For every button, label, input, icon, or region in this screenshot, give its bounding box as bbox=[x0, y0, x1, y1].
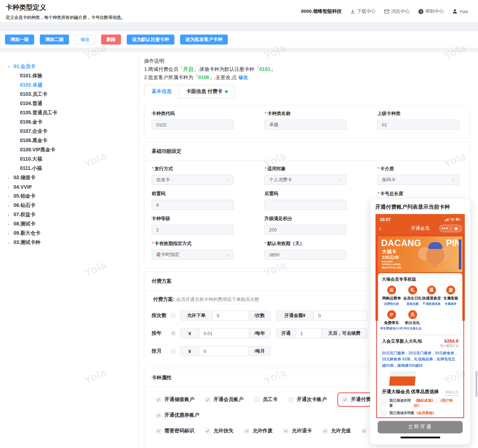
prefix-input[interactable]: 8 bbox=[152, 200, 233, 210]
message-center-link[interactable]: 消息中心 bbox=[384, 8, 410, 15]
medium-select[interactable]: 条码卡 bbox=[377, 175, 459, 185]
parent-input[interactable]: 01 bbox=[377, 120, 459, 130]
chevron-down-icon bbox=[339, 178, 342, 182]
page-subtitle: 定义会员卡的种类，每个种类所有的磁介质，卡号位数等信息。 bbox=[6, 15, 125, 21]
help-center-link[interactable]: ? 帮助中心 bbox=[418, 8, 444, 15]
benefit-vip-service: 服专属客服专属服务 bbox=[441, 286, 460, 306]
set-wholesale-button[interactable]: 设为批发客户卡种 bbox=[180, 35, 228, 45]
tree-node-06[interactable]: ▸06.钻石卡 bbox=[0, 201, 138, 210]
user-menu[interactable]: Yola bbox=[452, 9, 468, 14]
tab-card-face[interactable]: 卡面信息 付费卡 bbox=[179, 85, 235, 98]
tree-node-01[interactable]: ▾01.会员卡 bbox=[0, 62, 138, 71]
tree-node-0111[interactable]: 0111.小福 bbox=[0, 164, 138, 173]
parking-icon: P bbox=[387, 310, 396, 319]
times-count-input[interactable]: 0 bbox=[212, 311, 249, 320]
tree-node-07[interactable]: ▸07.权益卡 bbox=[0, 210, 138, 219]
field-level: 卡种等级 2 bbox=[152, 215, 233, 235]
tree-node-0102-selected[interactable]: 0102.卓越 bbox=[0, 80, 138, 90]
caret-right-icon: ▸ bbox=[8, 231, 14, 235]
by-times-radio[interactable] bbox=[171, 313, 176, 318]
checkbox-stored-value-account[interactable]: 开通储值账户 bbox=[156, 396, 194, 403]
year-price-input[interactable]: 0.01 bbox=[199, 329, 249, 338]
name-input[interactable]: 卓越 bbox=[264, 120, 346, 130]
close-record-icon: ◉ bbox=[451, 226, 462, 231]
level-input[interactable]: 2 bbox=[152, 225, 233, 235]
checkbox-member-account[interactable]: 开通会员账户 bbox=[205, 396, 243, 403]
checkbox-allow-recharge[interactable]: 允许充值 bbox=[322, 428, 351, 434]
caret-right-icon: ▸ bbox=[8, 222, 14, 226]
benefit-easy-return: 退快捷退换货不满意就退换 bbox=[422, 286, 441, 306]
instructions-line1: 1.商城付费会员「开启」,体验卡种为默认注册卡种「0101」 bbox=[144, 65, 470, 73]
trial-member-tab: 体验会员 bbox=[445, 390, 458, 396]
caret-right-icon: ▸ bbox=[8, 204, 14, 208]
checkbox-allow-return[interactable]: 允许退卡 bbox=[283, 428, 312, 434]
by-year-radio[interactable] bbox=[171, 331, 176, 336]
suffix-input[interactable] bbox=[264, 200, 346, 210]
modify-link[interactable]: 修改 bbox=[238, 74, 248, 80]
month-price-group: ¥ 0 /每月 bbox=[180, 346, 270, 356]
delete-button[interactable]: 删除 bbox=[101, 35, 121, 45]
validity-mode-select[interactable]: 建卡时指定 bbox=[152, 250, 233, 260]
page-title: 卡种类型定义 bbox=[6, 3, 125, 12]
tree-node-0108[interactable]: 0108.黑金卡 bbox=[0, 136, 138, 145]
issue-mode-select[interactable]: 自发卡 bbox=[152, 175, 233, 185]
field-suffix: 后置码 bbox=[264, 191, 346, 210]
field-code: 卡种类代码 0102 bbox=[152, 110, 233, 130]
carousel-next-card-edge bbox=[459, 239, 461, 269]
tree-node-0109[interactable]: 0109.VIP黑金卡 bbox=[0, 145, 138, 155]
checkbox-icon bbox=[205, 428, 210, 433]
tree-node-02[interactable]: ▸02.储值卡 bbox=[0, 173, 138, 182]
points-input[interactable]: 200 bbox=[264, 225, 346, 235]
set-default-register-button[interactable]: 设为默认注册卡种 bbox=[127, 35, 174, 45]
promo-price: ¥284.9 bbox=[440, 338, 458, 344]
tree-node-0107[interactable]: 0107.企业卡 bbox=[0, 127, 138, 136]
paid-account-tooltip-popup: 开通付费账户列表显示当前卡种 10:07 ‹ 开通会员 ●●● ◉ DACANG… bbox=[370, 199, 470, 444]
tree-node-0104[interactable]: 0104.普通 bbox=[0, 99, 138, 108]
add-level1-button[interactable]: 增加一级 bbox=[5, 35, 34, 45]
promo-title: 入会立享新人大礼包 bbox=[382, 338, 422, 344]
tree-node-0105[interactable]: 0105.普通员工卡 bbox=[0, 108, 138, 118]
year-renew-days-input[interactable]: 1 bbox=[296, 329, 321, 338]
detail-tabs: 基本信息 卡面信息 付费卡 bbox=[144, 85, 470, 98]
times-amount-input[interactable]: 0 bbox=[314, 311, 367, 320]
checkbox-icon bbox=[156, 397, 161, 402]
benefit-birthday-gift: 礼会员生日礼蛋糕优惠 bbox=[403, 286, 422, 306]
tree-node-0101[interactable]: 0101.体验 bbox=[0, 71, 138, 80]
code-input[interactable]: 0102 bbox=[152, 120, 233, 130]
checkbox-times-card-account[interactable]: 开通次卡账户 bbox=[288, 396, 327, 403]
agreement-row-2: 我已阅读并同意 《会员章程》 bbox=[380, 409, 460, 417]
chevron-down-icon bbox=[226, 253, 230, 256]
validity-days-input[interactable]: 3650 bbox=[264, 250, 346, 260]
envelope-icon bbox=[384, 9, 389, 14]
tree-node-05[interactable]: ▸05.铂金卡 bbox=[0, 192, 138, 201]
field-parent: 上级卡种类 01 bbox=[377, 110, 459, 130]
tree-node-0110[interactable]: 0110.大福 bbox=[0, 155, 138, 164]
caret-right-icon: ▸ bbox=[8, 185, 14, 189]
target-select[interactable]: 个人消费卡 bbox=[264, 175, 346, 185]
modify-button[interactable]: 修改 bbox=[75, 35, 95, 45]
page-scrollbar-thumb[interactable] bbox=[476, 371, 477, 397]
checkbox-allow-loss-report[interactable]: 允许挂失 bbox=[205, 428, 233, 434]
year-price-group: ¥ 0.01 /每年 bbox=[180, 328, 270, 338]
checkbox-staff-card[interactable]: 员工卡 bbox=[254, 396, 278, 403]
more-icon: ●●● bbox=[440, 226, 451, 230]
tree-node-08[interactable]: ▸08.测试卡 bbox=[0, 219, 138, 229]
status-icons bbox=[445, 217, 461, 223]
tree-node-0106[interactable]: 0106.金卡 bbox=[0, 118, 138, 127]
by-month-radio[interactable] bbox=[171, 349, 176, 354]
caret-right-icon: ▸ bbox=[8, 241, 14, 245]
month-price-input[interactable]: 0 bbox=[199, 347, 249, 356]
activate-now-button-image: 立即开通 bbox=[378, 421, 463, 433]
tree-node-03[interactable]: ▸03.测试卡种 bbox=[0, 238, 138, 247]
checkbox-coupon-account[interactable]: 开通优惠券账户 bbox=[156, 412, 199, 418]
tree-node-09[interactable]: ▸09.新大仓卡 bbox=[0, 229, 138, 238]
checkbox-need-password[interactable]: 需要密码标识 bbox=[156, 428, 194, 434]
company-name: 0000.领锋智能科技 bbox=[301, 8, 342, 15]
tree-node-0103[interactable]: 0103.员工卡 bbox=[0, 90, 138, 99]
download-center-link[interactable]: 下载中心 bbox=[350, 8, 375, 15]
tree-node-04[interactable]: ▸04.VVIP bbox=[0, 182, 138, 192]
checkbox-allow-void[interactable]: 允许作废 bbox=[244, 428, 273, 434]
phone-bottom-title-row: 开通大福会员 优享品质选择 体验会员 bbox=[380, 386, 460, 397]
tab-basic-info[interactable]: 基本信息 bbox=[144, 85, 179, 98]
add-level2-button[interactable]: 增加二级 bbox=[40, 35, 69, 45]
